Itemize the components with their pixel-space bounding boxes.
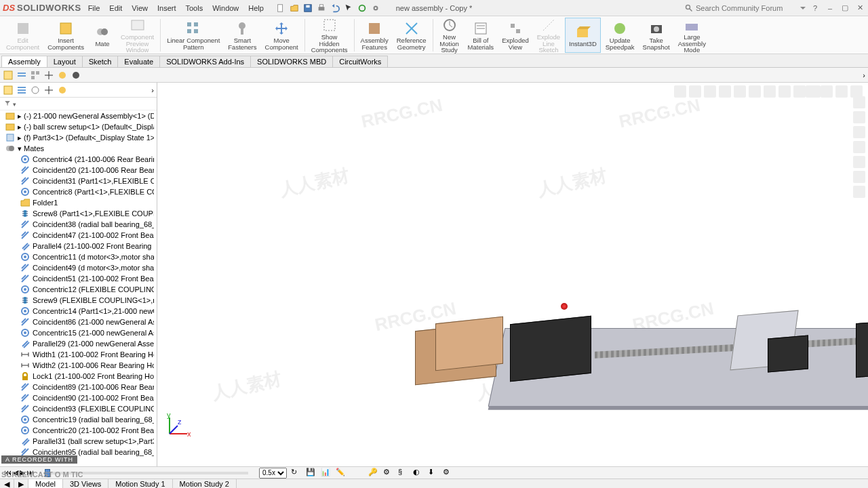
tree-tab-feature-icon[interactable]: [3, 85, 14, 96]
nut-block[interactable]: [768, 335, 808, 372]
tab-evaluate[interactable]: Evaluate: [117, 56, 160, 67]
tab-assembly[interactable]: Assembly: [1, 56, 47, 67]
tree-component-1[interactable]: ▸ (-) ball screw setup<1> (Default<_Disp…: [0, 121, 157, 132]
close-icon[interactable]: ✕: [854, 3, 865, 14]
tree-mates-folder[interactable]: ▾ Mates: [0, 143, 157, 154]
search-dropdown-icon[interactable]: [800, 5, 806, 11]
tree-mate-18[interactable]: Width1 (21-100-002 Front Bearing Housing…: [0, 349, 157, 360]
fm-expand-icon[interactable]: ›: [863, 71, 865, 79]
rebuild-icon[interactable]: [357, 3, 367, 13]
taskpane-resources-icon[interactable]: [853, 96, 865, 108]
tree-tab-color-icon[interactable]: [57, 85, 68, 96]
vp-max-icon[interactable]: [835, 85, 848, 98]
search-box[interactable]: [685, 4, 806, 12]
tab-layout[interactable]: Layout: [47, 56, 83, 67]
tree-mate-5[interactable]: Screw8 (Part1<1>,FLEXIBLE COUPLING<1>): [0, 208, 157, 219]
motion-spring-icon[interactable]: §: [398, 468, 409, 479]
ribbon-insert-button[interactable]: InsertComponents: [44, 18, 87, 53]
tree-mate-1[interactable]: Coincident20 (21-100-006 Rear Bearing Ho…: [0, 165, 157, 176]
tree-component-0[interactable]: ▸ (-) 21-000 newGeneral Assembly<1> (Def…: [0, 110, 157, 121]
btabs-scroll-left[interactable]: ◀: [0, 479, 14, 488]
tree-mate-3[interactable]: Concentric8 (Part1<1>,FLEXIBLE COUPLING<…: [0, 186, 157, 197]
assembly-model[interactable]: [408, 225, 868, 428]
menu-tools[interactable]: Tools: [186, 4, 203, 12]
section-view-icon[interactable]: [719, 85, 731, 98]
tree-mate-13[interactable]: Screw9 (FLEXIBLE COUPLING<1>,motor shaft…: [0, 295, 157, 306]
bottom-tab-motion-study-1[interactable]: Motion Study 1: [108, 479, 172, 488]
print-icon[interactable]: [317, 3, 326, 13]
feature-manager-tree[interactable]: › ▾ ▸ (-) 21-000 newGeneral Assembly<1> …: [0, 83, 157, 466]
tree-mate-8[interactable]: Parallel4 (21-100-002 Front Bearing Hous…: [0, 241, 157, 251]
ribbon-snapshot-button[interactable]: TakeSnapshot: [639, 18, 673, 53]
help-icon[interactable]: ?: [810, 3, 821, 14]
vp-min-icon[interactable]: [821, 85, 833, 98]
tree-tab-list-icon[interactable]: [16, 85, 27, 96]
tab-solidworks-add-ins[interactable]: SOLIDWORKS Add-Ins: [159, 56, 251, 67]
tree-tab-origin-icon[interactable]: [43, 85, 54, 96]
ribbon-largeasm-button[interactable]: LargeAssemblyMode: [675, 18, 709, 53]
graphics-viewport[interactable]: RRCG.CN RRCG.CN 人人素材 人人素材 RRCG.CN RRCG.C…: [157, 83, 868, 466]
rear-bearing-housing[interactable]: [856, 317, 868, 378]
tree-mate-25[interactable]: Concentric20 (21-100-002 Front Bearing H…: [0, 425, 157, 436]
ribbon-motion-button[interactable]: NewMotionStudy: [436, 18, 463, 53]
motion-calc-icon[interactable]: 📊: [321, 468, 332, 479]
front-bearing-housing[interactable]: [510, 316, 591, 382]
fm-tab-config-icon[interactable]: [30, 70, 41, 81]
tree-mate-24[interactable]: Concentric19 (radial ball bearing_68_skf…: [0, 414, 157, 425]
view-orient-icon[interactable]: [734, 85, 746, 98]
ribbon-showhidden-button[interactable]: ShowHiddenComponents: [308, 18, 351, 53]
ribbon-exploded-button[interactable]: ExplodedView: [498, 18, 532, 53]
ribbon-move-button[interactable]: MoveComponent: [262, 18, 302, 53]
motion-motor-icon[interactable]: ⚙: [383, 468, 394, 479]
hide-show-icon[interactable]: [764, 85, 776, 98]
save-icon[interactable]: [303, 3, 313, 13]
menu-help[interactable]: Help: [248, 4, 264, 12]
zoom-fit-icon[interactable]: [674, 85, 686, 98]
motion-gravity-icon[interactable]: ⬇: [428, 468, 439, 479]
tree-mate-4[interactable]: Folder1: [0, 197, 157, 208]
tree-mate-16[interactable]: Concentric15 (21-000 newGeneral Assembly…: [0, 327, 157, 338]
tree-mate-2[interactable]: Coincident31 (Part1<1>,FLEXIBLE COUPLING…: [0, 176, 157, 186]
tree-mate-17[interactable]: Parallel29 (21-000 newGeneral Assembly<1…: [0, 338, 157, 349]
bottom-tab-3d-views[interactable]: 3D Views: [63, 479, 108, 488]
tree-mate-11[interactable]: Coincident51 (21-100-002 Front Bearing H…: [0, 273, 157, 284]
motion-save-icon[interactable]: 💾: [306, 468, 317, 479]
menu-view[interactable]: View: [132, 4, 148, 12]
motion-wizard-icon[interactable]: ✏️: [336, 468, 347, 479]
tree-tabs-expand-icon[interactable]: ›: [151, 86, 154, 94]
edit-appearance-icon[interactable]: [778, 85, 791, 98]
btabs-scroll-right[interactable]: ▶: [14, 479, 28, 488]
zoom-area-icon[interactable]: [689, 85, 701, 98]
tree-mate-6[interactable]: Coincident38 (radial ball bearing_68_skf…: [0, 219, 157, 230]
tree-mate-0[interactable]: Concentric4 (21-100-006 Rear Bearing Hou…: [0, 154, 157, 165]
prev-view-icon[interactable]: [704, 85, 716, 98]
tree-mate-14[interactable]: Concentric14 (Part1<1>,21-000 newGeneral…: [0, 306, 157, 317]
tab-circuitworks[interactable]: CircuitWorks: [332, 56, 388, 67]
ribbon-fastener-button[interactable]: SmartFasteners: [224, 18, 260, 53]
search-input[interactable]: [696, 4, 797, 12]
taskpane-forum-icon[interactable]: [853, 186, 865, 198]
new-doc-icon[interactable]: [276, 3, 285, 13]
fm-tab-feature-icon[interactable]: [3, 70, 14, 81]
select-icon[interactable]: [344, 3, 353, 13]
tree-mate-15[interactable]: Coincident86 (21-000 newGeneral Assembly…: [0, 317, 157, 327]
bottom-tab-model[interactable]: Model: [28, 479, 63, 488]
fm-tab-property-icon[interactable]: [16, 70, 27, 81]
fm-tab-appearance-icon[interactable]: [71, 70, 81, 81]
ribbon-refgeom-button[interactable]: ReferenceGeometry: [393, 18, 430, 53]
taskpane-library-icon[interactable]: [853, 111, 865, 123]
apply-scene-icon[interactable]: [793, 85, 806, 98]
tree-component-2[interactable]: ▸ (f) Part3<1> (Default<_Display State 1…: [0, 132, 157, 143]
options-icon[interactable]: [371, 3, 380, 13]
tab-solidworks-mbd[interactable]: SOLIDWORKS MBD: [250, 56, 333, 67]
tree-mate-19[interactable]: Width2 (21-100-006 Rear Bearing Housing<…: [0, 360, 157, 371]
motion-options-icon[interactable]: ⚙: [443, 468, 454, 479]
fm-tab-dim-icon[interactable]: [43, 70, 54, 81]
taskpane-view-icon[interactable]: [853, 141, 865, 153]
menu-insert[interactable]: Insert: [157, 4, 176, 12]
vp-restore-icon[interactable]: [806, 85, 818, 98]
menu-edit[interactable]: Edit: [109, 4, 122, 12]
bottom-tab-motion-study-2[interactable]: Motion Study 2: [173, 479, 237, 488]
display-style-icon[interactable]: [749, 85, 761, 98]
menu-file[interactable]: File: [88, 4, 100, 12]
